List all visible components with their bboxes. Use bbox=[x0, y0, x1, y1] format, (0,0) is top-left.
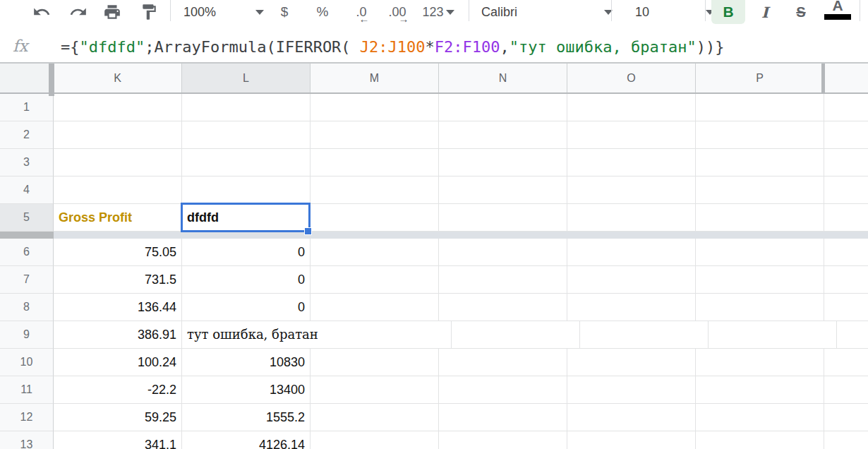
cell-M10[interactable] bbox=[311, 349, 439, 376]
currency-format-button[interactable]: $ bbox=[274, 0, 295, 24]
cell-M6[interactable] bbox=[311, 239, 439, 266]
cell-N5[interactable] bbox=[439, 204, 567, 232]
cell-partial-1[interactable] bbox=[824, 94, 868, 121]
cell-O13[interactable] bbox=[567, 431, 696, 449]
row-header-10[interactable]: 10 bbox=[0, 349, 54, 376]
cell-M8[interactable] bbox=[311, 294, 439, 321]
cell-N2[interactable] bbox=[439, 121, 567, 149]
cell-P3[interactable] bbox=[696, 149, 824, 176]
cell-partial-13[interactable] bbox=[824, 431, 868, 449]
cell-M9[interactable] bbox=[323, 321, 452, 349]
cell-O10[interactable] bbox=[567, 349, 696, 376]
column-header-N[interactable]: N bbox=[439, 64, 567, 92]
cell-P10[interactable] bbox=[696, 349, 824, 376]
cell-O11[interactable] bbox=[567, 376, 696, 404]
row-header-9[interactable]: 9 bbox=[0, 321, 54, 349]
cell-P4[interactable] bbox=[696, 176, 824, 204]
cell-partial-4[interactable] bbox=[824, 176, 868, 204]
cell-K3[interactable] bbox=[54, 149, 182, 176]
increase-decimal-button[interactable]: .00 → bbox=[381, 0, 414, 24]
select-all-corner[interactable] bbox=[0, 64, 54, 92]
cell-M13[interactable] bbox=[311, 431, 439, 449]
text-color-button[interactable]: A bbox=[821, 0, 854, 23]
cell-O5[interactable] bbox=[567, 204, 696, 232]
row-header-6[interactable]: 6 bbox=[0, 239, 54, 266]
cell-N6[interactable] bbox=[439, 239, 567, 266]
cell-N1[interactable] bbox=[439, 94, 567, 121]
cell-M5[interactable] bbox=[311, 204, 439, 232]
column-header-P[interactable]: P bbox=[696, 64, 824, 92]
cell-O8[interactable] bbox=[567, 294, 696, 321]
cell-N11[interactable] bbox=[439, 376, 567, 404]
cell-L13[interactable]: 4126.14 bbox=[182, 431, 311, 449]
cell-K5[interactable]: Gross Profit bbox=[54, 204, 182, 232]
cell-partial-7[interactable] bbox=[824, 266, 868, 294]
column-header-K[interactable]: K bbox=[54, 64, 182, 92]
cell-N8[interactable] bbox=[439, 294, 567, 321]
cell-M7[interactable] bbox=[311, 266, 439, 294]
bold-button[interactable]: B bbox=[711, 0, 745, 24]
cell-M4[interactable] bbox=[311, 176, 439, 204]
undo-button[interactable] bbox=[28, 0, 55, 24]
cell-K2[interactable] bbox=[54, 121, 182, 149]
zoom-select[interactable]: 100% bbox=[179, 0, 268, 24]
row-header-5[interactable]: 5 bbox=[0, 204, 54, 232]
formula-input[interactable]: ={"dfdfd";ArrayFormula(IFERROR( J2:J100*… bbox=[61, 32, 724, 62]
cell-L12[interactable]: 1555.2 bbox=[182, 404, 311, 431]
cell-M2[interactable] bbox=[311, 121, 439, 149]
column-header-partial[interactable] bbox=[824, 64, 868, 92]
cell-partial-3[interactable] bbox=[824, 149, 868, 176]
cell-N10[interactable] bbox=[439, 349, 567, 376]
row-header-2[interactable]: 2 bbox=[0, 121, 54, 149]
cell-N7[interactable] bbox=[439, 266, 567, 294]
frozen-columns-bar[interactable] bbox=[49, 64, 54, 96]
cell-O4[interactable] bbox=[567, 176, 696, 204]
cell-P2[interactable] bbox=[696, 121, 824, 149]
column-header-M[interactable]: M bbox=[311, 64, 439, 92]
cell-L3[interactable] bbox=[182, 149, 311, 176]
cell-K4[interactable] bbox=[54, 176, 182, 204]
redo-button[interactable] bbox=[65, 0, 92, 24]
cell-K6[interactable]: 75.05 bbox=[54, 239, 182, 266]
cell-O2[interactable] bbox=[567, 121, 696, 149]
cell-partial-2[interactable] bbox=[824, 121, 868, 149]
cell-L6[interactable]: 0 bbox=[182, 239, 311, 266]
font-family-select[interactable]: Calibri bbox=[477, 0, 617, 24]
italic-button[interactable]: I bbox=[752, 0, 778, 24]
print-button[interactable] bbox=[99, 0, 126, 24]
cell-partial-12[interactable] bbox=[824, 404, 868, 431]
row-header-12[interactable]: 12 bbox=[0, 404, 54, 431]
paint-format-button[interactable] bbox=[135, 0, 162, 24]
cell-P1[interactable] bbox=[696, 94, 824, 121]
row-header-3[interactable]: 3 bbox=[0, 149, 54, 176]
cell-L8[interactable]: 0 bbox=[182, 294, 311, 321]
cell-K12[interactable]: 59.25 bbox=[54, 404, 182, 431]
row-header-8[interactable]: 8 bbox=[0, 294, 54, 321]
cell-partial-8[interactable] bbox=[824, 294, 868, 321]
cell-L2[interactable] bbox=[182, 121, 311, 149]
cell-K8[interactable]: 136.44 bbox=[54, 294, 182, 321]
cell-partial-6[interactable] bbox=[824, 239, 868, 266]
row-header-4[interactable]: 4 bbox=[0, 176, 54, 204]
frozen-rows-divider[interactable] bbox=[0, 232, 868, 239]
cell-K7[interactable]: 731.5 bbox=[54, 266, 182, 294]
cell-M11[interactable] bbox=[311, 376, 439, 404]
cell-P9[interactable] bbox=[709, 321, 837, 349]
cell-P7[interactable] bbox=[696, 266, 824, 294]
cell-K9[interactable]: 386.91 bbox=[54, 321, 182, 349]
cell-partial-11[interactable] bbox=[824, 376, 868, 404]
cell-L7[interactable]: 0 bbox=[182, 266, 311, 294]
cell-K1[interactable] bbox=[54, 94, 182, 121]
cell-P6[interactable] bbox=[696, 239, 824, 266]
cell-P5[interactable] bbox=[696, 204, 824, 232]
row-header-13[interactable]: 13 bbox=[0, 431, 54, 449]
cell-K11[interactable]: -22.2 bbox=[54, 376, 182, 404]
cell-L1[interactable] bbox=[182, 94, 311, 121]
column-header-O[interactable]: O bbox=[567, 64, 696, 92]
cell-O3[interactable] bbox=[567, 149, 696, 176]
cell-L11[interactable]: 13400 bbox=[182, 376, 311, 404]
cell-P13[interactable] bbox=[696, 431, 824, 449]
cell-M12[interactable] bbox=[311, 404, 439, 431]
row-header-11[interactable]: 11 bbox=[0, 376, 54, 404]
strikethrough-button[interactable]: S bbox=[788, 0, 814, 24]
